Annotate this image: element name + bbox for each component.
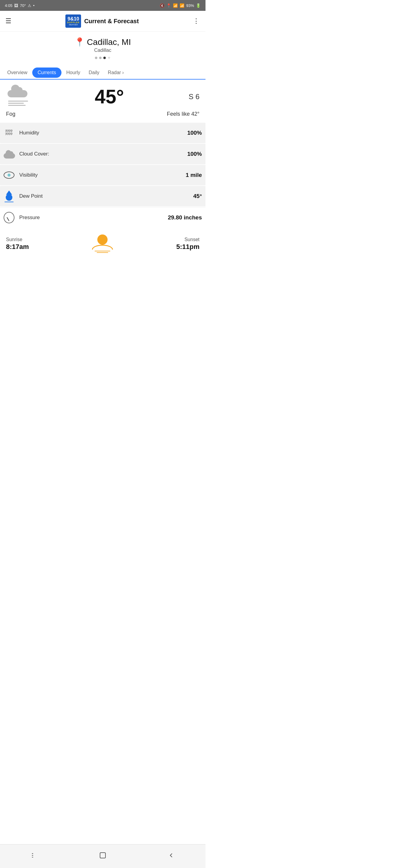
- visibility-value: 1 mile: [186, 172, 202, 179]
- logo-weather: WEATHER: [69, 24, 78, 26]
- pressure-row: Pressure 29.80 inches: [0, 207, 205, 228]
- cloud-cover-icon: [4, 149, 14, 159]
- logo-nine-ten: 9&10: [67, 17, 79, 22]
- location-city: Cadillac, MI: [87, 37, 131, 47]
- wind-speed: S 6: [189, 93, 199, 101]
- weather-condition-icon: [6, 88, 30, 106]
- header-logo: 9&10 DOPPLER WEATHER Current & Forecast: [65, 14, 138, 28]
- logo-doppler: DOPPLER: [67, 22, 80, 24]
- tab-currents[interactable]: Currents: [32, 67, 61, 78]
- sunrise-info: Sunrise 8:17am: [6, 237, 29, 251]
- location-sublabel: Cadillac: [0, 48, 205, 53]
- tab-bar: Overview Currents Hourly Daily Radar ›: [0, 66, 205, 80]
- location-section: 📍 Cadillac, MI Cadillac +: [0, 32, 205, 64]
- visibility-label: Visibility: [19, 172, 38, 178]
- status-battery: 93%: [186, 3, 194, 8]
- sunset-info: Sunset 5:11pm: [176, 237, 199, 251]
- app-logo: 9&10 DOPPLER WEATHER: [65, 14, 81, 28]
- pressure-label: Pressure: [19, 215, 40, 221]
- cloud-cover-row: Cloud Cover: 100%: [0, 144, 205, 164]
- status-bar: 4:05 🖼 70° ⚠ • 🔇 📍 📶 📶 93% 🔋: [0, 0, 205, 11]
- cloud-cover-label: Cloud Cover:: [19, 151, 49, 157]
- humidity-row: Humidity 100%: [0, 123, 205, 143]
- status-wifi-icon: 📶: [173, 3, 178, 8]
- more-options-button[interactable]: ⋮: [193, 17, 200, 25]
- pressure-icon: [4, 212, 14, 223]
- weather-description: Fog: [6, 111, 15, 117]
- status-time: 4:05: [5, 3, 12, 8]
- visibility-icon: [4, 170, 14, 181]
- status-warning-icon: ⚠: [28, 3, 31, 8]
- cloud-cover-value: 100%: [187, 151, 202, 157]
- status-right: 🔇 📍 📶 📶 93% 🔋: [160, 3, 201, 8]
- pressure-value: 29.80 inches: [168, 214, 202, 221]
- status-dot: •: [33, 3, 35, 8]
- add-location-button[interactable]: +: [107, 56, 110, 60]
- status-photo-icon: 🖼: [14, 3, 18, 8]
- status-signal-icon: 📶: [180, 3, 184, 8]
- feels-like: Feels like 42°: [167, 111, 199, 117]
- sun-info-section: Sunrise 8:17am Sunset 5:11pm: [0, 228, 205, 259]
- status-temp: 70°: [20, 3, 26, 8]
- tab-overview[interactable]: Overview: [3, 66, 32, 79]
- page-title: Current & Forecast: [84, 18, 138, 25]
- radar-arrow-icon: ›: [122, 70, 124, 75]
- sunrise-time: 8:17am: [6, 243, 29, 251]
- sunset-label: Sunset: [176, 237, 199, 242]
- app-header: ☰ 9&10 DOPPLER WEATHER Current & Forecas…: [0, 11, 205, 32]
- dot-2[interactable]: [99, 57, 101, 59]
- status-location-icon: 📍: [166, 3, 171, 8]
- humidity-value: 100%: [187, 130, 202, 136]
- sunrise-label: Sunrise: [6, 237, 29, 242]
- stats-section: Humidity 100% Cloud Cover: 100%: [0, 123, 205, 228]
- location-pin-icon: 📍: [74, 37, 85, 47]
- location-name: 📍 Cadillac, MI: [0, 37, 205, 47]
- status-mute-icon: 🔇: [160, 3, 164, 8]
- dew-point-value: 45°: [193, 193, 202, 199]
- current-temperature: 45°: [95, 86, 124, 108]
- current-weather-section: 45° S 6 Fog Feels like 42°: [0, 80, 205, 123]
- sun-icon: [92, 235, 113, 253]
- sunset-time: 5:11pm: [176, 243, 199, 251]
- status-battery-icon: 🔋: [196, 3, 201, 8]
- hamburger-menu-button[interactable]: ☰: [5, 17, 11, 25]
- tab-hourly[interactable]: Hourly: [62, 66, 84, 79]
- humidity-icon: [4, 127, 14, 138]
- location-dots: +: [0, 56, 205, 60]
- tab-daily[interactable]: Daily: [84, 66, 104, 79]
- dew-point-label: Dew Point: [19, 193, 42, 199]
- dot-1[interactable]: [95, 57, 97, 59]
- humidity-label: Humidity: [19, 130, 39, 136]
- dot-3[interactable]: [103, 57, 106, 59]
- visibility-row: Visibility 1 mile: [0, 165, 205, 185]
- dew-point-icon: [4, 191, 14, 202]
- dew-point-row: Dew Point 45°: [0, 186, 205, 207]
- tab-radar[interactable]: Radar ›: [104, 66, 128, 79]
- status-left: 4:05 🖼 70° ⚠ •: [5, 3, 35, 8]
